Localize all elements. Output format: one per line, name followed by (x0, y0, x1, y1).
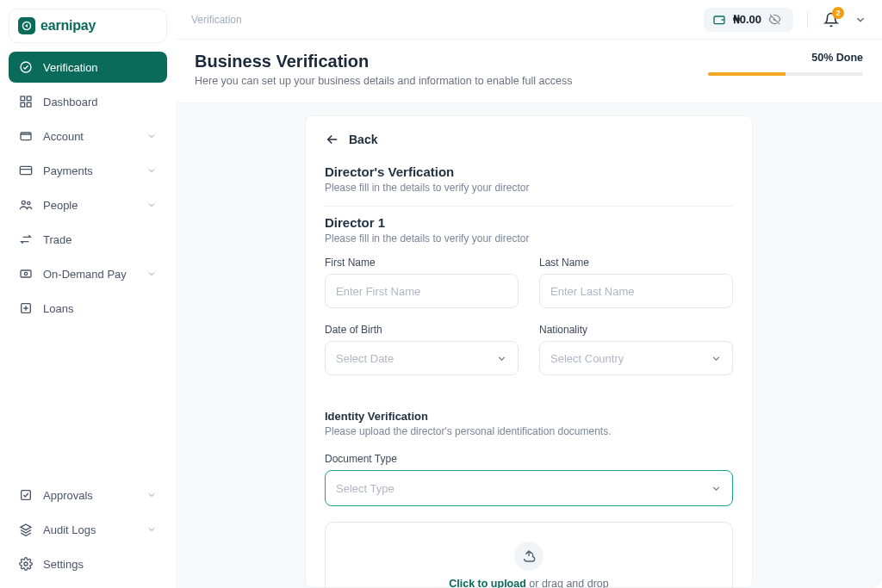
sidebar-item-dashboard[interactable]: Dashboard (9, 86, 167, 117)
sidebar-item-verification[interactable]: Verification (9, 52, 167, 83)
field-last-name: Last Name (539, 257, 733, 308)
svg-rect-6 (21, 133, 31, 140)
chevron-down-icon (711, 483, 722, 494)
svg-rect-7 (20, 166, 31, 174)
doc-type-select[interactable]: Select Type (325, 470, 733, 506)
page-header: Business Verification Here you can set u… (176, 40, 882, 103)
nationality-label: Nationality (539, 324, 733, 336)
sidebar-item-people[interactable]: People (9, 189, 167, 220)
upload-cta: Click to upload (449, 578, 526, 588)
dob-placeholder: Select Date (336, 352, 394, 365)
sidebar-item-loans[interactable]: Loans (9, 293, 167, 324)
svg-rect-5 (27, 102, 31, 107)
svg-point-1 (21, 62, 31, 72)
wallet-icon (712, 13, 726, 27)
balance-amount: ₦0.00 (733, 13, 761, 26)
sidebar-item-payments[interactable]: Payments (9, 155, 167, 186)
exchange-icon (19, 232, 33, 246)
sidebar-item-trade[interactable]: Trade (9, 224, 167, 255)
chevron-down-icon (146, 131, 157, 141)
chevron-down-icon (146, 490, 157, 500)
field-document-type: Document Type Select Type (325, 453, 733, 506)
chevron-down-icon (711, 353, 722, 364)
sidebar-item-approvals[interactable]: Approvals (9, 480, 167, 511)
identity-section: Identity Verification Please upload the … (325, 391, 733, 437)
sidebar-item-account[interactable]: Account (9, 121, 167, 152)
sidebar: earnipay Verification Dashboard Account (0, 0, 176, 588)
back-label: Back (349, 133, 377, 146)
sidebar-nav-top: Verification Dashboard Account Payments (9, 52, 167, 324)
nationality-placeholder: Select Country (550, 352, 624, 365)
svg-rect-4 (21, 102, 25, 107)
first-name-label: First Name (325, 257, 519, 269)
first-name-input[interactable] (325, 274, 519, 308)
progress-label: 50% Done (708, 52, 863, 64)
svg-rect-10 (21, 270, 31, 277)
upload-text: Click to upload or drag and drop (326, 578, 732, 588)
card-icon (19, 164, 33, 177)
page-title: Business Verification (195, 52, 572, 71)
field-dob: Date of Birth Select Date (325, 324, 519, 375)
chevron-down-icon (146, 524, 157, 535)
sidebar-item-label: Audit Logs (43, 523, 96, 536)
upload-rest: or drag and drop (526, 578, 609, 588)
brand-mark-icon (18, 17, 35, 34)
svg-point-11 (24, 272, 27, 275)
nationality-select[interactable]: Select Country (539, 341, 733, 375)
main-column: Verification ₦0.00 2 Business Verificati… (176, 0, 882, 588)
sidebar-item-label: Account (43, 130, 84, 143)
group-subtitle: Please fill in the details to verify you… (325, 232, 733, 244)
back-button[interactable]: Back (325, 132, 733, 147)
svg-rect-2 (21, 96, 25, 101)
sidebar-item-label: Dashboard (43, 96, 98, 108)
identity-title: Identity Verification (325, 410, 733, 423)
last-name-input[interactable] (539, 274, 733, 308)
identity-subtitle: Please upload the director's personal id… (325, 425, 733, 437)
people-icon (19, 198, 33, 212)
chevron-down-icon (496, 353, 507, 364)
sidebar-item-settings[interactable]: Settings (9, 548, 167, 579)
sidebar-nav-bottom: Approvals Audit Logs Settings (9, 480, 167, 579)
upload-dropzone[interactable]: Click to upload or drag and drop (325, 522, 733, 588)
profile-menu-button[interactable] (854, 14, 866, 26)
sidebar-item-label: Trade (43, 233, 71, 246)
loans-icon (19, 301, 33, 315)
balance-pill[interactable]: ₦0.00 (704, 8, 793, 32)
doc-type-label: Document Type (325, 453, 733, 465)
brand-name: earnipay (40, 18, 96, 34)
divider (807, 11, 808, 28)
last-name-label: Last Name (539, 257, 733, 269)
progress-bar (708, 72, 863, 76)
group-title: Director 1 (325, 215, 733, 230)
odp-icon (19, 267, 33, 281)
approvals-icon (19, 488, 33, 502)
upload-icon (514, 542, 543, 571)
svg-point-9 (28, 201, 30, 204)
chevron-down-icon (146, 269, 157, 279)
doc-type-placeholder: Select Type (336, 482, 394, 495)
sidebar-item-audit-logs[interactable]: Audit Logs (9, 514, 167, 545)
field-nationality: Nationality Select Country (539, 324, 733, 375)
topbar: Verification ₦0.00 2 (176, 0, 882, 40)
section-subtitle: Please fill in the details to verify you… (325, 182, 733, 194)
sidebar-item-label: On-Demand Pay (43, 268, 127, 281)
sidebar-item-label: Verification (43, 61, 98, 74)
sidebar-item-label: Settings (43, 558, 84, 571)
layers-icon (19, 523, 33, 536)
brand-logo[interactable]: earnipay (9, 9, 167, 43)
sidebar-item-label: Approvals (43, 489, 93, 502)
dob-label: Date of Birth (325, 324, 519, 336)
svg-point-8 (22, 201, 25, 204)
notification-count-badge: 2 (832, 7, 844, 19)
form-card: Back Director's Verfication Please fill … (305, 115, 753, 588)
gear-icon (19, 557, 33, 571)
notifications-button[interactable]: 2 (822, 10, 841, 29)
content-stage: Back Director's Verfication Please fill … (176, 103, 882, 588)
dob-select[interactable]: Select Date (325, 341, 519, 375)
wallet-icon (19, 129, 33, 143)
director-form: First Name Last Name Date of Birth Selec… (325, 257, 733, 506)
sidebar-item-label: Loans (43, 302, 73, 315)
chevron-down-icon (146, 200, 157, 210)
sidebar-item-on-demand-pay[interactable]: On-Demand Pay (9, 258, 167, 289)
svg-point-14 (24, 562, 28, 566)
